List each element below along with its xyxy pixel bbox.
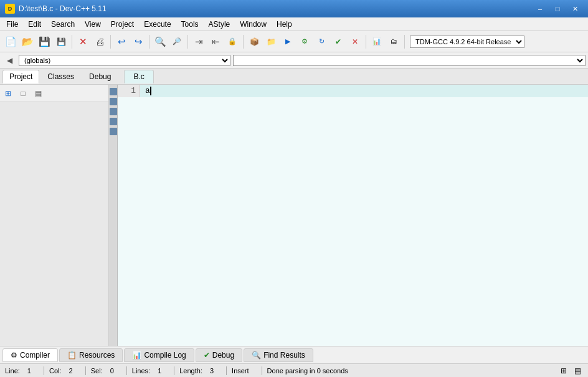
line-number-1: 1 xyxy=(118,85,140,97)
toolbar-build-section: 📦 📁 ▶ ⚙ ↻ ✔ ✕ xyxy=(246,34,363,50)
bottom-tab-compiler[interactable]: ⚙ Compiler xyxy=(2,348,58,362)
globals-dropdown[interactable]: (globals) xyxy=(19,55,230,66)
tab-b-c[interactable]: B.c xyxy=(124,70,153,84)
menu-search[interactable]: Search xyxy=(46,17,80,31)
debug-tab-label: Debug xyxy=(212,351,234,360)
menu-astyle[interactable]: AStyle xyxy=(204,17,235,31)
tab-project[interactable]: Project xyxy=(2,70,39,84)
replace-button[interactable]: 🔎 xyxy=(169,34,185,50)
compiler-tab-icon: ⚙ xyxy=(11,351,17,360)
app-icon: D xyxy=(5,4,15,14)
sep7 xyxy=(404,35,405,49)
editor-area: 1 a xyxy=(118,85,588,346)
minimize-button[interactable]: – xyxy=(532,2,548,15)
status-icon-btn-1[interactable]: ⊞ xyxy=(558,365,569,376)
status-sep5 xyxy=(226,366,227,375)
rebuild-button[interactable]: ↻ xyxy=(313,34,330,50)
debug-tab-icon: ✔ xyxy=(204,351,210,360)
menu-project[interactable]: Project xyxy=(106,17,139,31)
menu-tools[interactable]: Tools xyxy=(176,17,204,31)
close-file-button[interactable]: ✕ xyxy=(75,34,91,50)
lines-label: Lines: xyxy=(132,367,158,375)
window-controls: – □ ✕ xyxy=(532,2,583,15)
toolbar-file-section: 📄 📂 💾 💾 xyxy=(2,34,69,50)
indent-button[interactable]: ⇥ xyxy=(191,34,207,50)
line-content-1: a xyxy=(140,85,151,97)
new-project-button[interactable]: 📦 xyxy=(246,34,262,50)
save-button[interactable]: 💾 xyxy=(36,34,52,50)
toolbar-stats-section: 📊 🗂 xyxy=(369,34,402,50)
find-results-tab-icon: 🔍 xyxy=(252,351,261,360)
menu-window[interactable]: Window xyxy=(235,17,272,31)
compiler-selector[interactable]: TDM-GCC 4.9.2 64-bit Release xyxy=(410,36,524,48)
bottom-tab-find-results[interactable]: 🔍 Find Results xyxy=(244,348,313,362)
sel-value: 0 xyxy=(110,367,121,375)
tabs-row: Project Classes Debug B.c xyxy=(0,69,588,85)
stop-button[interactable]: ✕ xyxy=(347,34,363,50)
compile-log-tab-label: Compile Log xyxy=(144,351,186,360)
window-title: D:\test\B.c - Dev-C++ 5.11 xyxy=(19,4,532,13)
unindent-button[interactable]: ⇤ xyxy=(207,34,224,50)
find-button[interactable]: 🔍 xyxy=(152,34,168,50)
menu-view[interactable]: View xyxy=(80,17,106,31)
lp-btn2[interactable]: □ xyxy=(16,87,30,100)
bottom-tab-compile-log[interactable]: 📊 Compile Log xyxy=(124,348,194,362)
lp-btn3[interactable]: ▤ xyxy=(31,87,45,100)
lines-value: 1 xyxy=(158,367,169,375)
undo-button[interactable]: ↩ xyxy=(113,34,130,50)
sep6 xyxy=(366,35,366,49)
run-button[interactable]: ▶ xyxy=(280,34,296,50)
line-label: Line: xyxy=(5,367,27,375)
col-value: 2 xyxy=(69,367,80,375)
bottom-tab-resources[interactable]: 📋 Resources xyxy=(59,348,123,362)
insert-mode: Insert xyxy=(232,367,257,375)
status-sep4 xyxy=(174,366,174,375)
compile-log-tab-icon: 📊 xyxy=(132,351,141,360)
side-icon-5[interactable] xyxy=(110,128,117,135)
cursor xyxy=(150,87,151,95)
open-button[interactable]: 📂 xyxy=(19,34,36,50)
resources-tab-icon: 📋 xyxy=(67,351,77,360)
menu-help[interactable]: Help xyxy=(272,17,297,31)
menu-edit[interactable]: Edit xyxy=(23,17,46,31)
restore-button[interactable]: □ xyxy=(549,2,566,15)
sep2 xyxy=(110,35,111,49)
status-icon-btn-2[interactable]: ▤ xyxy=(572,365,583,376)
open-project-button[interactable]: 📁 xyxy=(263,34,279,50)
bottom-tab-debug[interactable]: ✔ Debug xyxy=(196,348,242,362)
bottom-tabs: ⚙ Compiler 📋 Resources 📊 Compile Log ✔ D… xyxy=(0,346,588,363)
check-button[interactable]: ✔ xyxy=(330,34,346,50)
lp-btn1[interactable]: ⊞ xyxy=(1,87,15,100)
toolbar-undo-section: ↩ ↪ xyxy=(113,34,146,50)
comment-button[interactable]: 🔒 xyxy=(224,34,240,50)
close-button[interactable]: ✕ xyxy=(567,2,583,15)
editor-content[interactable]: 1 a xyxy=(118,85,588,346)
status-sep6 xyxy=(262,366,262,375)
side-icon-3[interactable] xyxy=(110,108,117,115)
sep4 xyxy=(187,35,188,49)
side-icons-strip xyxy=(109,85,118,346)
tab-classes[interactable]: Classes xyxy=(40,70,81,84)
dropdowns-row: ◀ (globals) xyxy=(0,52,588,69)
tab-debug[interactable]: Debug xyxy=(82,70,118,84)
menu-bar: File Edit Search View Project Execute To… xyxy=(0,17,588,31)
title-bar: D D:\test\B.c - Dev-C++ 5.11 – □ ✕ xyxy=(0,0,588,17)
print-button[interactable]: 🖨 xyxy=(92,34,108,50)
scope-dropdown[interactable] xyxy=(233,55,586,66)
side-icon-2[interactable] xyxy=(110,98,117,105)
status-sep1 xyxy=(44,366,44,375)
stats2-button[interactable]: 🗂 xyxy=(386,34,402,50)
menu-execute[interactable]: Execute xyxy=(139,17,176,31)
toolbar-edit-section: ✕ 🖨 xyxy=(75,34,108,50)
stats1-button[interactable]: 📊 xyxy=(369,34,385,50)
menu-file[interactable]: File xyxy=(1,17,23,31)
compile-button[interactable]: ⚙ xyxy=(296,34,313,50)
new-button[interactable]: 📄 xyxy=(2,34,19,50)
save-all-button[interactable]: 💾 xyxy=(53,34,69,50)
nav-back-button[interactable]: ◀ xyxy=(2,54,16,67)
side-icon-1[interactable] xyxy=(110,88,117,95)
side-icon-4[interactable] xyxy=(110,118,117,125)
status-sep3 xyxy=(126,366,127,375)
redo-button[interactable]: ↪ xyxy=(130,34,146,50)
editor-line-1: 1 a xyxy=(118,85,588,97)
